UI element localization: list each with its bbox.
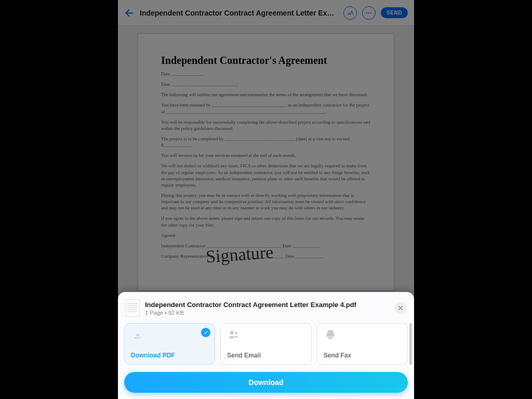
svg-point-2 [230, 331, 234, 335]
scrollbar-thumb[interactable] [409, 323, 412, 365]
svg-point-3 [235, 332, 238, 335]
share-sheet: Independent Contractor Contract Agreemen… [118, 292, 414, 399]
svg-point-7 [332, 334, 333, 335]
action-cards-row: ✓ Download PDF Send Email Sen [123, 323, 409, 365]
svg-rect-6 [328, 338, 332, 339]
fax-icon [324, 329, 337, 340]
svg-rect-1 [135, 338, 141, 339]
device-frame: Independent Contractor Contract Agreemen… [118, 0, 414, 399]
file-thumbnail-icon [125, 299, 140, 317]
send-email-card[interactable]: Send Email [220, 323, 311, 365]
card-label: Send Email [227, 352, 304, 359]
download-pdf-card[interactable]: ✓ Download PDF [124, 323, 215, 365]
card-label: Send Fax [324, 352, 401, 359]
download-button[interactable]: Download [124, 372, 408, 393]
file-info: Independent Contractor Contract Agreemen… [145, 301, 356, 316]
sheet-header: Independent Contractor Contract Agreemen… [123, 299, 409, 323]
file-name: Independent Contractor Contract Agreemen… [145, 301, 356, 309]
send-fax-card[interactable]: Send Fax [317, 323, 408, 365]
svg-rect-4 [327, 330, 333, 333]
download-icon [131, 329, 144, 340]
email-icon [227, 329, 241, 340]
card-label: Download PDF [131, 352, 208, 359]
selected-check-icon: ✓ [201, 328, 210, 337]
close-icon[interactable]: ✕ [394, 302, 407, 314]
file-meta: 1 Page • 92 KB [145, 310, 356, 316]
svg-rect-5 [326, 332, 334, 337]
